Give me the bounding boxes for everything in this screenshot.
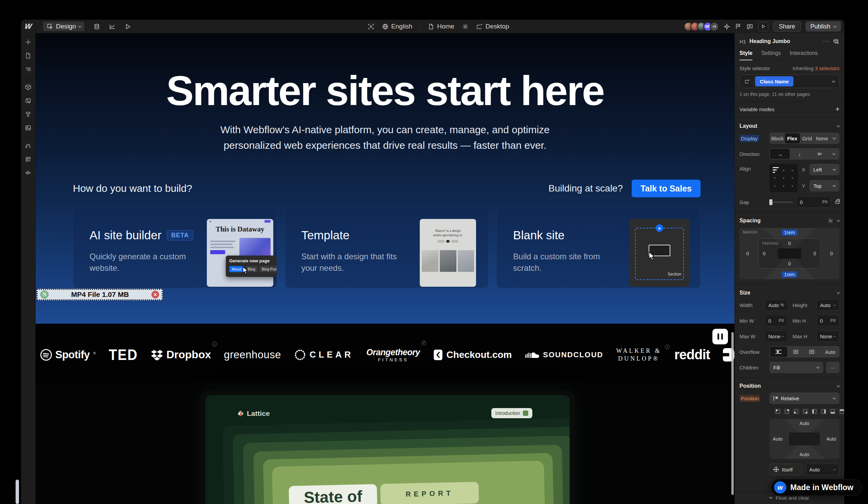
padding-left-value[interactable]: 0: [763, 251, 766, 256]
card-template[interactable]: Template Start with a design that fits y…: [285, 208, 489, 288]
position-left-value[interactable]: Auto: [773, 436, 783, 442]
tab-settings[interactable]: Settings: [761, 50, 781, 60]
preset-top-left[interactable]: [774, 408, 782, 415]
create-component-icon[interactable]: [833, 38, 839, 45]
page-selector[interactable]: Home: [427, 23, 454, 30]
share-button[interactable]: Share: [773, 21, 801, 32]
collaborator-avatars[interactable]: WF +5: [684, 22, 719, 31]
width-input[interactable]: Auto%: [765, 299, 788, 311]
min-height-input[interactable]: 0PX: [816, 315, 840, 326]
align-x-select[interactable]: Left: [809, 164, 839, 175]
optimize-flag-icon[interactable]: [735, 23, 742, 30]
position-bottom-value[interactable]: Auto: [799, 452, 809, 457]
pages-icon[interactable]: [25, 52, 32, 59]
logic-flow-icon[interactable]: [25, 143, 32, 149]
variables-droplets-icon[interactable]: [25, 111, 32, 118]
talk-to-sales-button[interactable]: Talk to Sales: [632, 180, 701, 197]
scan-focus-icon[interactable]: [368, 23, 374, 30]
class-name-pill[interactable]: Class Name: [755, 76, 793, 86]
preview-button[interactable]: [758, 22, 768, 31]
assets-image-icon[interactable]: [25, 124, 32, 131]
cms-database-icon[interactable]: [93, 23, 100, 30]
margin-right-value[interactable]: 0: [830, 251, 833, 256]
align-y-select[interactable]: Top: [809, 180, 839, 191]
direction-vertical[interactable]: ↓: [790, 149, 809, 159]
children-select[interactable]: Fill: [769, 361, 823, 373]
display-grid[interactable]: Grid: [800, 133, 815, 143]
preview-play-icon[interactable]: [124, 23, 131, 30]
mp4-file-placeholder[interactable]: N MP4 File 1.07 MB ✕: [37, 289, 163, 300]
max-height-input[interactable]: None–: [816, 330, 840, 342]
overflow-visible[interactable]: [770, 347, 787, 357]
add-variable-mode-icon[interactable]: +: [836, 105, 839, 113]
comments-icon[interactable]: [747, 23, 753, 30]
inheriting-info[interactable]: Inheriting 3 selectors: [793, 65, 839, 71]
card-ai-site-builder[interactable]: AI site builder BETA Quickly generate a …: [73, 208, 277, 288]
children-more-options[interactable]: ···: [826, 361, 839, 373]
chip-about[interactable]: About: [229, 266, 244, 272]
margin-bottom-value[interactable]: 1rem: [782, 272, 797, 277]
margin-left-value[interactable]: 0: [746, 251, 749, 256]
z-index-input[interactable]: Auto–: [806, 464, 839, 475]
gap-lock-icon[interactable]: [836, 201, 839, 204]
tab-style[interactable]: Style: [740, 50, 752, 60]
class-selector-input[interactable]: Class Name: [740, 75, 839, 88]
overflow-auto[interactable]: Auto: [822, 347, 839, 357]
size-section-header[interactable]: Size: [735, 284, 844, 299]
ai-sparkle-icon[interactable]: [724, 23, 730, 30]
design-mode-dropdown[interactable]: Design: [43, 22, 84, 31]
padding-bottom-value[interactable]: 0: [788, 261, 791, 266]
add-elements-icon[interactable]: [25, 39, 32, 45]
preset-left[interactable]: [811, 408, 818, 415]
tab-interactions[interactable]: Interactions: [790, 50, 818, 60]
spacing-section-header[interactable]: Spacing: [735, 212, 844, 227]
overflow-scroll[interactable]: ↓: [805, 347, 822, 357]
webflow-menu-button[interactable]: W: [21, 20, 35, 33]
gap-input[interactable]: 0PX: [796, 196, 831, 208]
align-grid[interactable]: [769, 164, 798, 192]
preset-top[interactable]: [838, 408, 844, 415]
position-section-header[interactable]: Position: [735, 378, 844, 392]
preset-bottom-left[interactable]: [792, 408, 800, 415]
window-scrollbar[interactable]: [16, 480, 19, 504]
style-swatches-icon[interactable]: [25, 97, 32, 104]
audit-wave-icon[interactable]: [25, 169, 32, 176]
direction-wrap[interactable]: [810, 149, 829, 159]
navigator-icon[interactable]: [25, 66, 32, 73]
preset-bottom[interactable]: [829, 408, 836, 415]
design-canvas[interactable]: Smarter sites start here With Webflow’s …: [35, 33, 734, 504]
margin-top-value[interactable]: 1rem: [782, 230, 797, 235]
analytics-chart-icon[interactable]: [109, 23, 116, 30]
more-options-icon[interactable]: ···: [823, 38, 829, 44]
display-more[interactable]: [829, 133, 839, 143]
max-width-input[interactable]: None–: [765, 330, 788, 342]
padding-top-value[interactable]: 0: [788, 241, 791, 246]
locale-switcher[interactable]: English: [382, 23, 412, 30]
preset-bottom-right[interactable]: [802, 408, 809, 415]
padding-right-value[interactable]: 0: [814, 251, 816, 256]
gap-slider[interactable]: [769, 196, 793, 208]
preset-top-right[interactable]: [783, 408, 791, 415]
position-offsets-widget[interactable]: Auto Auto Auto Auto: [769, 419, 839, 459]
close-icon[interactable]: ✕: [152, 291, 159, 298]
publish-button[interactable]: Publish: [806, 21, 841, 32]
breakpoint-selector[interactable]: Desktop: [476, 23, 509, 30]
min-width-input[interactable]: 0PX: [765, 315, 788, 326]
chip-blog-post[interactable]: Blog Post: [259, 266, 277, 272]
height-input[interactable]: Auto–: [816, 299, 840, 311]
display-block[interactable]: Block: [770, 133, 785, 143]
canvas-scrollbar[interactable]: [731, 332, 734, 495]
relative-to-itself-button[interactable]: Itself: [769, 464, 802, 475]
card-blank-site[interactable]: Blank site Build a custom site from scra…: [496, 208, 701, 288]
apps-grid-icon[interactable]: [25, 156, 32, 163]
made-in-webflow-badge[interactable]: w Made in Webflow: [771, 479, 862, 496]
direction-more[interactable]: [829, 149, 839, 159]
position-top-value[interactable]: Auto: [799, 421, 809, 426]
position-right-value[interactable]: Auto: [826, 436, 836, 442]
display-none[interactable]: None: [814, 133, 829, 143]
direction-horizontal[interactable]: →: [770, 149, 790, 159]
margin-padding-widget[interactable]: MARGIN 1rem 1rem 0 0 PADDING 0 0 0 0: [740, 228, 839, 279]
chevron-down-icon[interactable]: [832, 79, 836, 83]
overflow-hidden[interactable]: [787, 347, 805, 357]
position-select[interactable]: Relative: [769, 392, 839, 404]
